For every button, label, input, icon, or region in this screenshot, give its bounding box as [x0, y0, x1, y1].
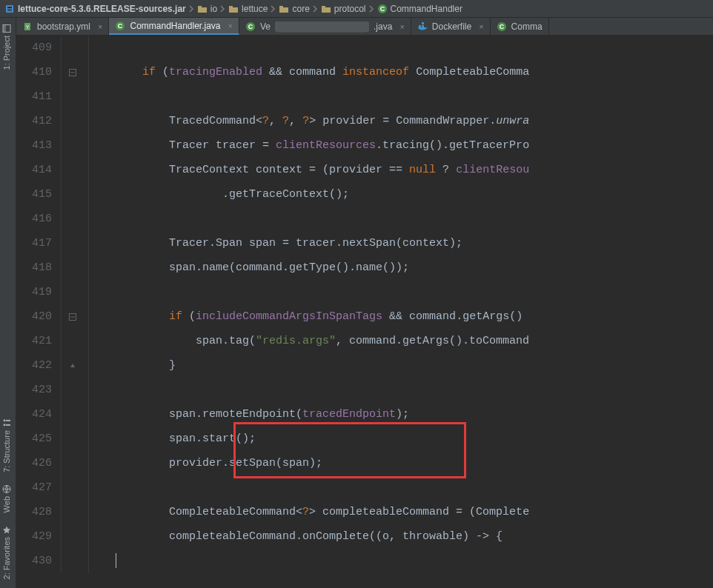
docker-icon [417, 21, 428, 32]
line-number: 421 [16, 329, 61, 353]
side-tool-tabs: 1: Project7: StructureWeb2: Favorites [0, 18, 16, 588]
code-line[interactable]: 411 [16, 84, 713, 109]
svg-rect-22 [419, 25, 421, 27]
code-text [89, 549, 116, 573]
breadcrumb-item[interactable]: protocol [319, 4, 368, 14]
code-text: Tracer tracer = clientResources.tracing(… [89, 133, 529, 158]
close-tab-icon[interactable]: × [399, 22, 404, 31]
svg-rect-24 [422, 22, 424, 24]
code-line[interactable]: 409 [16, 36, 713, 60]
breadcrumb-item[interactable]: CCommandHandler [376, 4, 464, 14]
svg-rect-23 [422, 25, 424, 27]
code-line[interactable]: 425 span.start(); [16, 427, 713, 451]
chevron-right-icon [220, 5, 225, 13]
breadcrumb-item[interactable]: io [196, 4, 219, 14]
editor-tab[interactable]: CComma [491, 18, 549, 35]
code-line[interactable]: 430 [16, 549, 713, 573]
breadcrumb-label: io [210, 4, 217, 14]
svg-point-12 [4, 420, 6, 422]
fold-minus-icon[interactable] [69, 69, 76, 76]
line-number: 429 [16, 524, 61, 549]
folder-icon [197, 4, 208, 13]
close-tab-icon[interactable]: × [479, 22, 483, 31]
fold-up-icon[interactable] [69, 362, 76, 370]
breadcrumb-item[interactable]: lettuce [227, 4, 269, 14]
code-line[interactable]: 414 TraceContext context = (provider == … [16, 158, 713, 182]
code-text [89, 378, 169, 402]
code-text [89, 84, 142, 109]
side-tool-web[interactable]: Web [0, 478, 13, 518]
class-icon: C [115, 21, 125, 31]
code-editor[interactable]: 409 410 if (tracingEnabled && command in… [16, 36, 713, 588]
code-line[interactable]: 423 [16, 378, 713, 402]
editor-tab-label: Ve [260, 21, 271, 32]
close-tab-icon[interactable]: × [228, 21, 233, 30]
code-line[interactable]: 420 if (includeCommandArgsInSpanTags && … [16, 304, 713, 329]
line-number: 410 [16, 60, 61, 84]
editor-tab-label: Dockerfile [432, 21, 471, 32]
fold-gutter[interactable] [62, 313, 84, 321]
line-number: 425 [16, 427, 61, 451]
editor-tab[interactable]: CVe██████████████.java× [239, 18, 411, 35]
svg-text:C: C [248, 23, 253, 30]
svg-rect-15 [6, 424, 10, 426]
editor-tab[interactable]: Dockerfile× [411, 18, 491, 35]
code-text: completeableCommand.onComplete((o, throw… [89, 524, 503, 549]
breadcrumb-item[interactable]: core [277, 4, 311, 14]
code-text [89, 475, 169, 500]
line-number: 422 [16, 353, 61, 378]
structure-icon [2, 418, 11, 427]
fold-gutter[interactable] [62, 69, 84, 76]
breadcrumb-label: lettuce-core-5.3.6.RELEASE-sources.jar [18, 4, 186, 14]
side-tool-project[interactable]: 1: Project [0, 18, 13, 76]
code-line[interactable]: 424 span.remoteEndpoint(tracedEndpoint); [16, 402, 713, 427]
code-line[interactable]: 410 if (tracingEnabled && command instan… [16, 60, 713, 84]
code-line[interactable]: 429 completeableCommand.onComplete((o, t… [16, 524, 713, 549]
fold-minus-icon[interactable] [69, 313, 76, 321]
line-number: 409 [16, 36, 61, 60]
line-number: 423 [16, 378, 61, 402]
fold-gutter[interactable] [62, 362, 84, 370]
star-icon [2, 525, 11, 534]
line-number: 415 [16, 182, 61, 207]
code-text: CompleteableCommand<?> completeableComma… [89, 500, 529, 524]
code-text [89, 207, 169, 231]
code-line[interactable]: 416 [16, 207, 713, 231]
code-line[interactable]: 415 .getTraceContext(); [16, 182, 713, 207]
class-icon: C [245, 21, 256, 32]
editor-tab-label: Comma [511, 21, 543, 32]
line-number: 427 [16, 475, 61, 500]
svg-rect-7 [322, 6, 325, 7]
side-tool-structure[interactable]: 7: Structure [0, 412, 13, 478]
svg-rect-6 [279, 6, 283, 7]
close-tab-icon[interactable]: × [98, 22, 102, 31]
code-line[interactable]: 426 provider.setSpan(span); [16, 451, 713, 475]
line-number: 430 [16, 549, 61, 573]
side-tool-favorites[interactable]: 2: Favorites [0, 519, 13, 585]
svg-rect-4 [198, 6, 202, 7]
code-line[interactable]: 413 Tracer tracer = clientResources.trac… [16, 133, 713, 158]
code-line[interactable]: 422 } [16, 353, 713, 378]
folder-icon [279, 4, 289, 13]
line-number: 414 [16, 158, 61, 182]
svg-rect-14 [6, 420, 10, 421]
code-line[interactable]: 418 span.name(command.getType().name()); [16, 255, 713, 280]
code-line[interactable]: 421 span.tag("redis.args", command.getAr… [16, 329, 713, 353]
code-line[interactable]: 412 TracedCommand<?, ?, ?> provider = Co… [16, 109, 713, 133]
svg-text:Y: Y [26, 24, 30, 30]
editor-tab[interactable]: CCommandHandler.java× [109, 18, 239, 35]
code-text: if (tracingEnabled && command instanceof… [89, 60, 529, 84]
line-number: 426 [16, 451, 61, 475]
code-line[interactable]: 419 [16, 280, 713, 304]
code-text: provider.setSpan(span); [89, 451, 322, 475]
svg-rect-1 [7, 7, 12, 8]
line-number: 417 [16, 231, 61, 255]
code-line[interactable]: 428 CompleteableCommand<?> completeableC… [16, 500, 713, 524]
line-number: 412 [16, 109, 61, 133]
code-line[interactable]: 417 Tracer.Span span = tracer.nextSpan(c… [16, 231, 713, 255]
breadcrumb-item[interactable]: lettuce-core-5.3.6.RELEASE-sources.jar [3, 4, 188, 14]
side-tool-label: 1: Project [2, 36, 11, 70]
code-line[interactable]: 427 [16, 475, 713, 500]
svg-point-13 [4, 424, 6, 427]
editor-tab[interactable]: Ybootstrap.yml× [16, 18, 109, 35]
